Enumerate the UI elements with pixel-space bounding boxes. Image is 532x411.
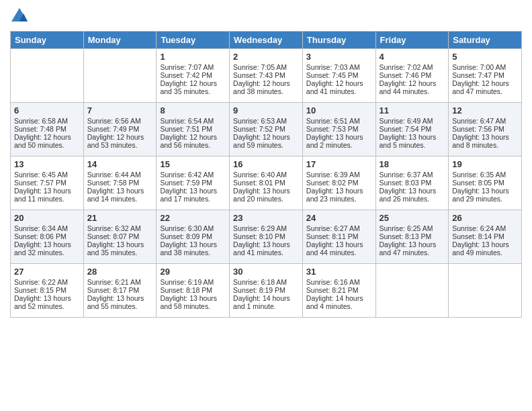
calendar-cell — [375, 264, 449, 318]
header — [10, 7, 522, 26]
day-info: Sunset: 8:14 PM — [452, 232, 518, 240]
day-number: 15 — [160, 159, 226, 169]
calendar-cell: 19Sunrise: 6:35 AMSunset: 8:05 PMDayligh… — [449, 156, 522, 210]
day-info: Daylight: 12 hours and 56 minutes. — [160, 133, 226, 149]
day-info: Daylight: 12 hours and 44 minutes. — [380, 79, 445, 95]
day-info: Sunrise: 7:07 AM — [160, 63, 226, 71]
calendar-week-row-2: 6Sunrise: 6:58 AMSunset: 7:48 PMDaylight… — [11, 103, 522, 156]
day-number: 10 — [306, 105, 372, 116]
day-info: Daylight: 13 hours and 47 minutes. — [380, 240, 445, 257]
day-info: Sunrise: 7:02 AM — [380, 63, 445, 71]
day-number: 26 — [452, 213, 518, 223]
day-info: Sunrise: 6:56 AM — [87, 117, 153, 125]
calendar-header-monday: Monday — [83, 32, 157, 49]
day-info: Daylight: 12 hours and 53 minutes. — [87, 133, 153, 149]
day-info: Daylight: 13 hours and 49 minutes. — [452, 240, 518, 257]
logo-icon — [10, 7, 29, 26]
calendar-cell: 20Sunrise: 6:34 AMSunset: 8:06 PMDayligh… — [11, 210, 84, 264]
day-info: Sunset: 8:18 PM — [160, 286, 226, 294]
day-info: Daylight: 12 hours and 47 minutes. — [452, 79, 518, 95]
day-number: 13 — [14, 159, 80, 169]
day-info: Sunset: 7:42 PM — [160, 71, 226, 79]
calendar-cell: 26Sunrise: 6:24 AMSunset: 8:14 PMDayligh… — [449, 210, 522, 264]
day-number: 30 — [233, 267, 299, 277]
day-info: Sunset: 8:06 PM — [14, 232, 80, 240]
calendar-cell: 3Sunrise: 7:03 AMSunset: 7:45 PMDaylight… — [302, 49, 375, 103]
logo — [10, 7, 32, 26]
day-info: Sunset: 7:49 PM — [87, 125, 153, 133]
calendar-cell: 8Sunrise: 6:54 AMSunset: 7:51 PMDaylight… — [157, 103, 230, 156]
calendar-cell: 21Sunrise: 6:32 AMSunset: 8:07 PMDayligh… — [83, 210, 157, 264]
day-info: Sunrise: 6:51 AM — [306, 117, 372, 125]
day-number: 1 — [160, 52, 226, 62]
calendar-cell: 27Sunrise: 6:22 AMSunset: 8:15 PMDayligh… — [11, 264, 84, 318]
day-number: 12 — [452, 105, 518, 116]
calendar-cell — [83, 49, 157, 103]
day-info: Daylight: 13 hours and 23 minutes. — [306, 187, 372, 203]
day-number: 5 — [452, 52, 518, 62]
calendar-cell: 1Sunrise: 7:07 AMSunset: 7:42 PMDaylight… — [157, 49, 230, 103]
day-number: 27 — [14, 267, 80, 277]
day-info: Sunrise: 6:24 AM — [452, 224, 518, 232]
calendar-cell — [11, 49, 84, 103]
day-info: Daylight: 13 hours and 41 minutes. — [233, 240, 299, 257]
day-info: Daylight: 13 hours and 8 minutes. — [452, 133, 518, 149]
day-info: Sunset: 7:56 PM — [452, 125, 518, 133]
day-info: Daylight: 13 hours and 20 minutes. — [233, 187, 299, 203]
day-info: Sunset: 7:57 PM — [14, 179, 80, 187]
day-info: Sunset: 7:45 PM — [306, 71, 372, 79]
day-info: Sunrise: 6:35 AM — [452, 171, 518, 179]
calendar-header-sunday: Sunday — [11, 32, 84, 49]
calendar-cell: 14Sunrise: 6:44 AMSunset: 7:58 PMDayligh… — [83, 156, 157, 210]
day-info: Sunrise: 6:49 AM — [380, 117, 445, 125]
day-info: Sunrise: 6:42 AM — [160, 171, 226, 179]
day-info: Sunset: 7:47 PM — [452, 71, 518, 79]
day-info: Sunrise: 6:16 AM — [306, 278, 372, 286]
day-number: 3 — [306, 52, 372, 62]
day-number: 19 — [452, 159, 518, 169]
day-info: Sunset: 8:09 PM — [160, 232, 226, 240]
day-info: Sunrise: 6:27 AM — [306, 224, 372, 232]
day-info: Sunrise: 6:53 AM — [233, 117, 299, 125]
day-number: 4 — [380, 52, 445, 62]
day-info: Sunrise: 6:18 AM — [233, 278, 299, 286]
day-info: Daylight: 14 hours and 1 minute. — [233, 294, 299, 310]
calendar-cell: 28Sunrise: 6:21 AMSunset: 8:17 PMDayligh… — [83, 264, 157, 318]
day-number: 25 — [380, 213, 445, 223]
day-info: Sunset: 8:13 PM — [380, 232, 445, 240]
calendar-cell: 13Sunrise: 6:45 AMSunset: 7:57 PMDayligh… — [11, 156, 84, 210]
day-info: Sunset: 8:21 PM — [306, 286, 372, 294]
day-number: 28 — [87, 267, 153, 277]
calendar-week-row-1: 1Sunrise: 7:07 AMSunset: 7:42 PMDaylight… — [11, 49, 522, 103]
day-info: Sunrise: 6:21 AM — [87, 278, 153, 286]
day-info: Sunrise: 6:29 AM — [233, 224, 299, 232]
day-info: Daylight: 13 hours and 35 minutes. — [87, 240, 153, 257]
day-info: Sunrise: 6:25 AM — [380, 224, 445, 232]
calendar-week-row-4: 20Sunrise: 6:34 AMSunset: 8:06 PMDayligh… — [11, 210, 522, 264]
day-info: Daylight: 13 hours and 55 minutes. — [87, 294, 153, 310]
calendar-cell: 4Sunrise: 7:02 AMSunset: 7:46 PMDaylight… — [375, 49, 449, 103]
day-info: Daylight: 12 hours and 35 minutes. — [160, 79, 226, 95]
calendar-header-row: SundayMondayTuesdayWednesdayThursdayFrid… — [11, 32, 522, 49]
calendar-cell: 29Sunrise: 6:19 AMSunset: 8:18 PMDayligh… — [157, 264, 230, 318]
day-info: Daylight: 14 hours and 4 minutes. — [306, 294, 372, 310]
day-info: Daylight: 13 hours and 11 minutes. — [14, 187, 80, 203]
calendar-cell: 25Sunrise: 6:25 AMSunset: 8:13 PMDayligh… — [375, 210, 449, 264]
calendar-week-row-3: 13Sunrise: 6:45 AMSunset: 7:57 PMDayligh… — [11, 156, 522, 210]
day-info: Sunrise: 7:05 AM — [233, 63, 299, 71]
calendar-cell: 24Sunrise: 6:27 AMSunset: 8:11 PMDayligh… — [302, 210, 375, 264]
day-info: Sunrise: 6:47 AM — [452, 117, 518, 125]
calendar-cell: 12Sunrise: 6:47 AMSunset: 7:56 PMDayligh… — [449, 103, 522, 156]
day-info: Sunset: 8:01 PM — [233, 179, 299, 187]
calendar-cell: 10Sunrise: 6:51 AMSunset: 7:53 PMDayligh… — [302, 103, 375, 156]
day-info: Sunset: 7:46 PM — [380, 71, 445, 79]
calendar-cell: 11Sunrise: 6:49 AMSunset: 7:54 PMDayligh… — [375, 103, 449, 156]
day-info: Daylight: 13 hours and 26 minutes. — [380, 187, 445, 203]
day-number: 29 — [160, 267, 226, 277]
day-info: Daylight: 13 hours and 2 minutes. — [306, 133, 372, 149]
day-number: 9 — [233, 105, 299, 116]
day-info: Daylight: 13 hours and 44 minutes. — [306, 240, 372, 257]
day-number: 8 — [160, 105, 226, 116]
calendar-cell: 9Sunrise: 6:53 AMSunset: 7:52 PMDaylight… — [230, 103, 303, 156]
day-number: 16 — [233, 159, 299, 169]
